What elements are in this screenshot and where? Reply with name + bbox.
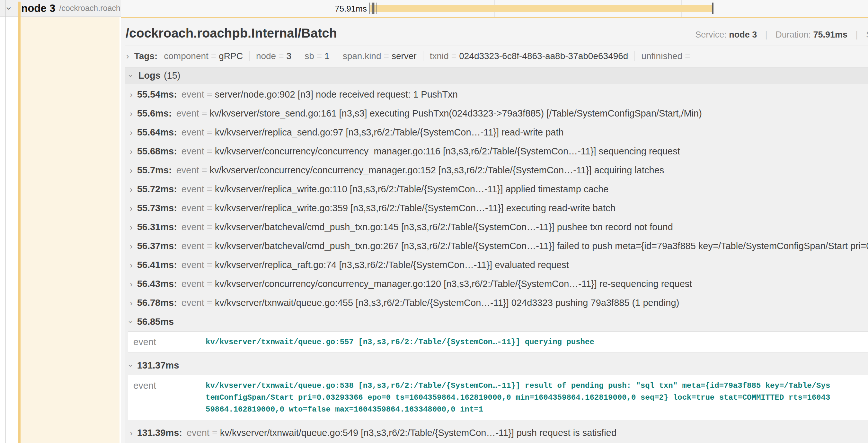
log-field-value: kv/kvserver/txnwait/queue.go:557 [n3,s3,… [206,336,834,348]
equals-sign: = [207,221,212,233]
tag-key: span.kind [343,51,381,61]
tag-item: span.kind = server [330,51,417,61]
equals-sign: = [202,164,207,176]
log-detail-card: event kv/kvserver/txnwait/queue.go:557 [… [128,331,868,353]
equals-sign: = [207,240,212,252]
log-timestamp: 55.73ms: [137,202,177,214]
chevron-right-icon: › [130,128,133,137]
tag-key: txnid [430,51,449,61]
tag-key: sb [305,51,314,61]
log-row[interactable]: › 56.78ms: event = kv/kvserver/txnwait/q… [125,294,868,312]
log-row[interactable]: › 56.31ms: event = kv/kvserver/batcheval… [125,218,868,237]
log-tick [371,3,371,14]
chevron-right-icon: › [130,109,133,118]
logs-list: › 55.54ms: event = server/node.go:902 [n… [125,84,868,442]
start-time-label: Start Time: [866,30,868,39]
span-detail-header: /cockroach.roachpb.Internal/Batch Servic… [125,18,868,46]
chevron-right-icon: › [126,52,129,60]
log-marker-ticks [369,3,376,14]
chevron-right-icon: › [130,299,133,307]
equals-sign: = [207,278,212,290]
log-timestamp: 56.43ms: [137,278,177,290]
log-timestamp: 55.64ms: [137,127,177,138]
equals-sign: = [207,145,212,157]
log-field-key: event [182,297,204,309]
log-message: kv/kvserver/concurrency/concurrency_mana… [215,145,680,157]
timeline-ruler[interactable]: 75.91ms [121,0,868,17]
span-duration-bar[interactable] [370,5,712,12]
log-row[interactable]: › 56.43ms: event = kv/kvserver/concurren… [125,274,868,294]
log-message: kv/kvserver/concurrency/concurrency_mana… [210,164,664,176]
chevron-right-icon: › [130,147,133,156]
log-row[interactable]: › 55.6ms: event = kv/kvserver/store_send… [125,104,868,123]
chevron-right-icon: › [130,185,133,194]
log-entry-expanded: › 131.37ms event kv/kvserver/txnwait/que… [125,356,868,420]
tags-toggle-row[interactable]: › Tags: component = gRPC node = [125,46,868,67]
tag-value: 3 [286,51,292,61]
log-timestamp: 55.72ms: [137,183,177,195]
equals-sign: = [207,297,212,309]
log-detail-card: event kv/kvserver/txnwait/queue.go:538 [… [128,375,868,420]
log-message: server/node.go:902 [n3] node received re… [215,89,458,100]
log-message: kv/kvserver/replica_send.go:97 [n3,s3,r6… [215,127,564,138]
tag-item: sb = 1 [291,51,330,61]
log-field-key: event [182,127,204,138]
log-message: kv/kvserver/txnwait/queue.go:455 [n3,s3,… [215,297,679,309]
logs-toggle-header[interactable]: › Logs (15) [125,67,868,84]
chevron-right-icon: › [130,261,133,269]
chevron-right-icon: › [130,204,133,212]
log-timestamp: 131.39ms: [137,427,182,439]
log-row[interactable]: › 55.72ms: event = kv/kvserver/replica_w… [125,180,868,199]
span-service-name: node 3 [21,2,55,14]
log-timestamp: 56.41ms: [137,259,177,271]
equals-sign: = [211,51,216,61]
equals-sign: = [202,107,207,120]
log-row[interactable]: › 131.39ms: event = kv/kvserver/txnwait/… [125,423,868,442]
equals-sign: = [685,51,690,61]
log-field-key: event [182,221,204,233]
equals-sign: = [207,183,212,195]
tag-key: component [164,51,209,61]
chevron-right-icon: › [130,242,133,250]
span-detail-panel: /cockroach.roachpb.Internal/Batch Servic… [121,17,868,443]
log-row-expanded-header[interactable]: › 56.85ms [125,312,868,329]
log-row[interactable]: › 55.68ms: event = kv/kvserver/concurren… [125,142,868,161]
log-row-expanded-header[interactable]: › 131.37ms [125,356,868,373]
span-color-accent-bar [18,2,21,443]
selected-row-highlight[interactable] [20,17,120,443]
log-row[interactable]: › 56.37ms: event = kv/kvserver/batcheval… [125,237,868,255]
span-meta: Service: node 3 | Duration: 75.91ms | St… [695,30,868,40]
tree-guide-line [5,0,6,443]
log-timestamp: 55.7ms: [137,164,172,176]
log-message: kv/kvserver/batcheval/cmd_push_txn.go:14… [215,221,673,233]
log-timestamp: 55.68ms: [137,145,177,157]
log-timestamp: 55.54ms: [137,89,177,100]
log-row[interactable]: › 55.7ms: event = kv/kvserver/concurrenc… [125,161,868,180]
log-message: kv/kvserver/txnwait/queue.go:549 [n3,s3,… [220,427,617,439]
log-row[interactable]: › 56.41ms: event = kv/kvserver/replica_r… [125,255,868,274]
separator: | [856,30,858,39]
log-row[interactable]: › 55.73ms: event = kv/kvserver/replica_w… [125,199,868,218]
log-tick [376,3,376,14]
log-timestamp: 56.31ms: [137,221,177,233]
log-field-key: event [176,107,199,120]
separator: | [765,30,768,39]
chevron-right-icon: › [130,223,133,232]
service-label: Service: [695,30,727,39]
grid-line [308,0,308,17]
tag-value: gRPC [219,51,243,61]
log-message: kv/kvserver/store_send.go:161 [n3,s3] ex… [210,107,702,120]
chevron-right-icon: › [130,166,133,175]
tag-item: node = 3 [243,51,291,61]
log-field-key: event [182,89,204,100]
log-message: kv/kvserver/concurrency/concurrency_mana… [215,278,692,290]
equals-sign: = [279,51,284,61]
equals-sign: = [207,89,212,100]
equals-sign: = [207,127,212,138]
chevron-right-icon: › [130,280,133,288]
equals-sign: = [212,427,217,439]
log-field-key: event [182,202,204,214]
log-row[interactable]: › 55.54ms: event = server/node.go:902 [n… [125,85,868,104]
duration-label: Duration: [775,30,811,39]
log-row[interactable]: › 55.64ms: event = kv/kvserver/replica_s… [125,123,868,142]
